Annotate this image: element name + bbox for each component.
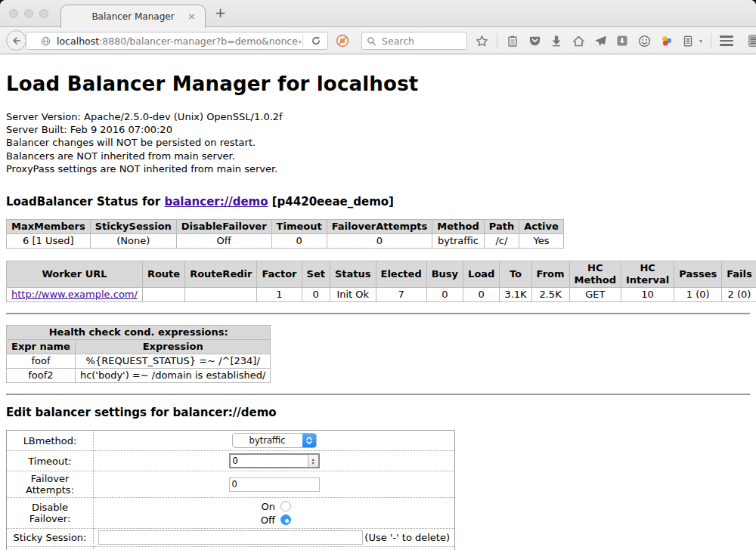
- health-check-table: Health check cond. expressions: Expr nam…: [6, 325, 271, 383]
- search-icon: [367, 36, 376, 46]
- back-arrow-icon: [11, 36, 22, 46]
- timeout-input[interactable]: [231, 455, 308, 467]
- persist-note-line: Balancer changes will NOT be persisted o…: [6, 136, 750, 149]
- zoom-window-button[interactable]: [39, 9, 48, 18]
- toolbar-icons: ▾: [475, 27, 756, 54]
- titlebar: Balancer Manager × +: [0, 0, 756, 27]
- tab-balancer-manager[interactable]: Balancer Manager ×: [60, 5, 206, 28]
- table-header-row: Expr name Expression: [7, 340, 271, 354]
- page-content: Load Balancer Manager for localhost Serv…: [0, 73, 756, 550]
- url-text[interactable]: localhost:8880/balancer-manager?b=demo&n…: [57, 36, 301, 47]
- server-version-line: Server Version: Apache/2.5.0-dev (Unix) …: [6, 110, 750, 123]
- pocket-button[interactable]: [528, 34, 541, 48]
- lbmethod-select[interactable]: bytraffic: [232, 433, 317, 448]
- add-worker-row: Add New Worker: Are you sure?: [7, 547, 455, 550]
- lbmethod-row: LBmethod: bytraffic: [7, 431, 455, 451]
- search-input[interactable]: [380, 35, 462, 48]
- window-controls: [9, 9, 48, 18]
- bookmark-star-button[interactable]: [475, 34, 488, 48]
- proxypass-note-line: ProxyPass settings are NOT inherited fro…: [6, 162, 750, 175]
- container-button[interactable]: [681, 34, 695, 48]
- smiley-icon: [638, 35, 651, 48]
- worker-row: http://www.example.com/ 1 0 Init Ok 7 0 …: [7, 288, 756, 302]
- menu-button[interactable]: [720, 34, 733, 48]
- send-button[interactable]: [593, 34, 607, 48]
- hamburger-icon: [720, 36, 733, 38]
- url-path: :8880/balancer-manager?b=demo&nonce=decc…: [99, 36, 301, 47]
- pocket-icon: [528, 35, 541, 48]
- balancer-demo-link[interactable]: balancer://demo: [164, 195, 268, 209]
- select-stepper-icon: [302, 434, 316, 447]
- url-bar[interactable]: localhost:8880/balancer-manager?b=demo&n…: [26, 32, 328, 50]
- toolbar-separator: [497, 33, 497, 48]
- square-download-icon: [616, 35, 628, 47]
- download-arrow-icon: [550, 35, 562, 47]
- colored-dots-icon: [660, 35, 673, 48]
- health-table-title: Health check cond. expressions:: [7, 326, 271, 340]
- divider: [6, 313, 750, 314]
- sticky-session-row: Sticky Session: (Use '-' to delete): [7, 529, 455, 547]
- navigation-toolbar: localhost:8880/balancer-manager?b=demo&n…: [0, 27, 756, 54]
- table-header-row: Worker URL Route RouteRedir Factor Set S…: [7, 261, 756, 288]
- browser-window: Balancer Manager × + localhost:8880/bala…: [0, 0, 756, 550]
- expr-row: foof %{REQUEST_STATUS} =~ /^[234]/: [7, 354, 271, 369]
- timeout-field[interactable]: ▴▾: [229, 453, 320, 468]
- page-title: Load Balancer Manager for localhost: [6, 73, 750, 95]
- status-heading: LoadBalancer Status for balancer://demo …: [6, 195, 750, 209]
- star-icon: [476, 35, 488, 48]
- add-worker-label: Add New Worker:: [7, 547, 94, 550]
- url-divider: [302, 35, 303, 47]
- search-bar[interactable]: [361, 32, 467, 50]
- colors-extension-button[interactable]: [659, 34, 673, 48]
- disable-failover-label: Disable Failover:: [7, 498, 94, 529]
- sticky-session-input[interactable]: [98, 530, 363, 545]
- failover-attempts-input[interactable]: [229, 477, 320, 492]
- server-built-line: Server Built: Feb 9 2016 07:00:20: [6, 123, 750, 136]
- container-icon: [682, 35, 694, 48]
- edit-settings-heading: Edit balancer settings for balancer://de…: [6, 406, 750, 419]
- minimize-window-button[interactable]: [24, 9, 33, 18]
- toolbar-separator-2: [711, 33, 711, 48]
- lbmethod-selected-value: bytraffic: [233, 434, 302, 447]
- content-blocker-icon[interactable]: [336, 34, 349, 51]
- feedback-smiley-button[interactable]: [637, 34, 651, 48]
- close-window-button[interactable]: [9, 9, 18, 18]
- lbmethod-label: LBmethod:: [7, 431, 94, 451]
- grid-icon: [748, 32, 756, 49]
- reading-list-button[interactable]: [506, 34, 519, 48]
- new-tab-button[interactable]: +: [215, 5, 226, 20]
- downloads-button[interactable]: [550, 34, 563, 48]
- globe-icon: [40, 36, 51, 47]
- failover-on-radio[interactable]: [280, 501, 291, 511]
- inherit-note-line: Balancers are NOT inherited from main se…: [6, 150, 750, 162]
- radio-on-label: On: [257, 501, 275, 512]
- failover-attempts-row: Failover Attempts:: [7, 471, 455, 498]
- grid-extension-button[interactable]: [748, 34, 756, 48]
- container-caret-icon[interactable]: ▾: [699, 38, 702, 45]
- back-button[interactable]: [6, 30, 26, 51]
- disable-failover-row: Disable Failover: On Off: [7, 498, 455, 529]
- balancer-settings-form: LBmethod: bytraffic Timeout:: [6, 430, 455, 550]
- balancer-status-table: MaxMembers StickySession DisableFailover…: [6, 219, 564, 249]
- radio-off-label: Off: [257, 514, 275, 526]
- tab-close-icon[interactable]: ×: [187, 11, 196, 22]
- home-icon: [572, 35, 585, 48]
- timeout-row: Timeout: ▴▾: [7, 451, 455, 471]
- tab-title: Balancer Manager: [91, 11, 174, 22]
- worker-url-link[interactable]: http://www.example.com/: [11, 289, 138, 300]
- sticky-session-label: Sticky Session:: [7, 529, 94, 547]
- number-stepper-icon[interactable]: ▴▾: [308, 455, 318, 467]
- divider: [6, 394, 750, 395]
- table-header-row: MaxMembers StickySession DisableFailover…: [7, 220, 564, 234]
- sticky-session-note: (Use '-' to delete): [364, 532, 451, 543]
- failover-off-radio[interactable]: [280, 514, 291, 525]
- url-host: localhost: [57, 36, 99, 47]
- extension-download-button[interactable]: [615, 34, 629, 48]
- reload-button[interactable]: [305, 36, 327, 46]
- reload-icon: [311, 36, 321, 46]
- timeout-label: Timeout:: [7, 451, 94, 471]
- home-button[interactable]: [572, 34, 585, 48]
- clipboard-icon: [507, 35, 519, 48]
- server-info: Server Version: Apache/2.5.0-dev (Unix) …: [6, 110, 750, 175]
- worker-table: Worker URL Route RouteRedir Factor Set S…: [6, 261, 756, 302]
